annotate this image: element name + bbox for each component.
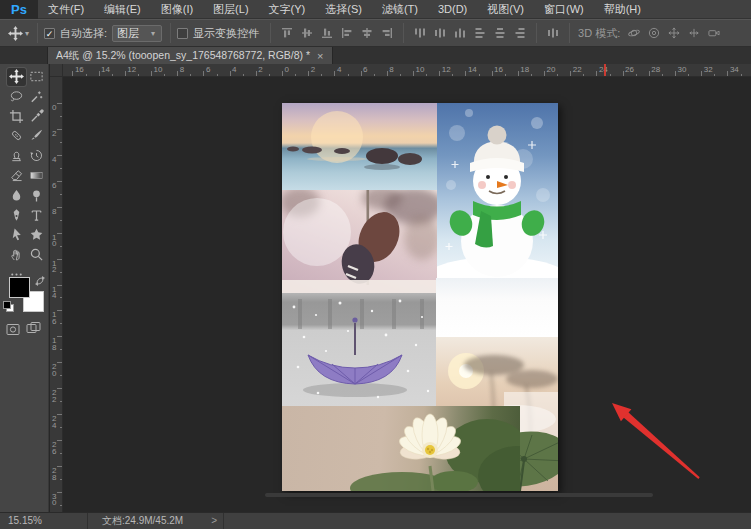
show-transform-checkbox[interactable] xyxy=(177,28,188,39)
align-vertical-centers-icon[interactable] xyxy=(299,25,316,42)
auto-select-label: 自动选择: xyxy=(60,26,107,41)
move-tool[interactable] xyxy=(7,68,26,86)
auto-select-target-dropdown[interactable]: 图层 ▾ xyxy=(112,25,162,42)
custom-shape-tool[interactable] xyxy=(27,226,46,244)
ruler-number: 2 xyxy=(258,65,262,74)
ruler-tick xyxy=(596,71,597,76)
distribute-spacing-icon[interactable] xyxy=(545,25,562,42)
menu-window[interactable]: 窗口(W) xyxy=(534,0,594,19)
ruler-number: 16 xyxy=(75,65,84,74)
distribute-top-edges-icon[interactable] xyxy=(412,25,429,42)
quick-mask-icon[interactable] xyxy=(6,322,20,335)
ruler-tick xyxy=(86,74,87,77)
tools-panel xyxy=(0,64,49,512)
stamp-tool[interactable] xyxy=(7,147,26,165)
marquee-tool[interactable] xyxy=(27,68,46,86)
hand-tool[interactable] xyxy=(7,246,26,264)
ruler-tick xyxy=(57,103,62,104)
menu-filter[interactable]: 滤镜(T) xyxy=(372,0,428,19)
ruler-tick xyxy=(230,71,231,76)
healing-tool[interactable] xyxy=(7,127,26,145)
eyedropper-tool[interactable] xyxy=(27,107,46,125)
default-colors-icon[interactable] xyxy=(3,298,14,309)
ruler-tick xyxy=(60,168,63,169)
drag-3d-icon[interactable] xyxy=(666,25,683,42)
ruler-tick xyxy=(60,453,63,454)
ruler-tick xyxy=(243,74,244,77)
camera-3d-icon[interactable] xyxy=(706,25,723,42)
menu-layer[interactable]: 图层(L) xyxy=(203,0,258,19)
ruler-tick xyxy=(60,246,63,247)
foreground-color-swatch[interactable] xyxy=(9,277,30,298)
dodge-tool[interactable] xyxy=(27,186,46,204)
align-bottom-edges-icon[interactable] xyxy=(319,25,336,42)
ruler-number: 18 xyxy=(520,65,529,74)
distribute-bottom-edges-icon[interactable] xyxy=(452,25,469,42)
ruler-tick xyxy=(60,323,63,324)
roll-3d-icon[interactable] xyxy=(646,25,663,42)
ruler-tick xyxy=(413,71,414,76)
menu-3d[interactable]: 3D(D) xyxy=(428,0,477,19)
ruler-tick xyxy=(57,207,62,208)
brush-tool[interactable] xyxy=(27,127,46,145)
ruler-tick xyxy=(177,71,178,76)
crop-tool[interactable] xyxy=(7,107,26,125)
menu-help[interactable]: 帮助(H) xyxy=(594,0,651,19)
distribute-right-edges-icon[interactable] xyxy=(512,25,529,42)
type-tool[interactable] xyxy=(27,206,46,224)
eraser-tool[interactable] xyxy=(7,167,26,185)
auto-select-checkbox[interactable]: ✓ xyxy=(44,28,55,39)
white-gap xyxy=(436,278,558,337)
gradient-tool[interactable] xyxy=(27,167,46,185)
orbit-3d-icon[interactable] xyxy=(626,25,643,42)
zoom-level-field[interactable]: 15.15% xyxy=(0,513,88,529)
ruler-tick xyxy=(714,74,715,77)
distribute-left-edges-icon[interactable] xyxy=(472,25,489,42)
document-tab[interactable]: A4纸 @ 15.2% (tooopen_sy_176548768772, RG… xyxy=(47,47,333,64)
distribute-horizontal-centers-icon[interactable] xyxy=(492,25,509,42)
menu-select[interactable]: 选择(S) xyxy=(315,0,372,19)
ruler-tick xyxy=(688,74,689,77)
align-right-edges-icon[interactable] xyxy=(379,25,396,42)
menu-edit[interactable]: 编辑(E) xyxy=(94,0,151,19)
ruler-tick xyxy=(151,71,152,76)
align-horizontal-centers-icon[interactable] xyxy=(359,25,376,42)
quick-selection-tool[interactable] xyxy=(27,87,46,105)
ruler-number: 32 xyxy=(704,65,713,74)
status-options-chevron[interactable]: > xyxy=(183,513,224,529)
align-top-edges-icon[interactable] xyxy=(279,25,296,42)
path-selection-tool[interactable] xyxy=(7,226,26,244)
ruler-tick xyxy=(99,71,100,76)
history-brush-tool[interactable] xyxy=(27,147,46,165)
separator xyxy=(270,23,271,43)
zoom-tool[interactable] xyxy=(27,246,46,264)
girl-in-snow-photo xyxy=(282,190,437,293)
horizontal-scrollbar[interactable] xyxy=(265,493,653,497)
lasso-tool[interactable] xyxy=(7,87,26,105)
ruler-tick xyxy=(57,285,62,286)
align-left-edges-icon[interactable] xyxy=(339,25,356,42)
menu-file[interactable]: 文件(F) xyxy=(38,0,94,19)
separator xyxy=(170,23,171,43)
ruler-tick xyxy=(60,116,63,117)
ruler-tick xyxy=(60,349,63,350)
ruler-tick xyxy=(57,466,62,467)
swap-colors-icon[interactable] xyxy=(34,273,46,285)
slide-3d-icon[interactable] xyxy=(686,25,703,42)
pen-tool[interactable] xyxy=(7,206,26,224)
distribute-vertical-centers-icon[interactable] xyxy=(432,25,449,42)
menu-image[interactable]: 图像(I) xyxy=(151,0,203,19)
ruler-number: 4 xyxy=(52,157,58,164)
ruler-tick xyxy=(649,71,650,76)
close-tab-icon[interactable]: × xyxy=(317,50,323,62)
screen-mode-icon[interactable] xyxy=(26,321,41,335)
chevron-down-icon[interactable]: ▾ xyxy=(25,29,29,38)
ruler-tick xyxy=(60,401,63,402)
menu-view[interactable]: 视图(V) xyxy=(477,0,534,19)
blur-tool[interactable] xyxy=(7,186,26,204)
ruler-tick xyxy=(60,479,63,480)
document-size-info: 文档:24.9M/45.2M xyxy=(88,514,183,528)
menu-type[interactable]: 文字(Y) xyxy=(259,0,316,19)
document-canvas[interactable] xyxy=(282,103,558,491)
ruler-tick xyxy=(72,71,73,76)
